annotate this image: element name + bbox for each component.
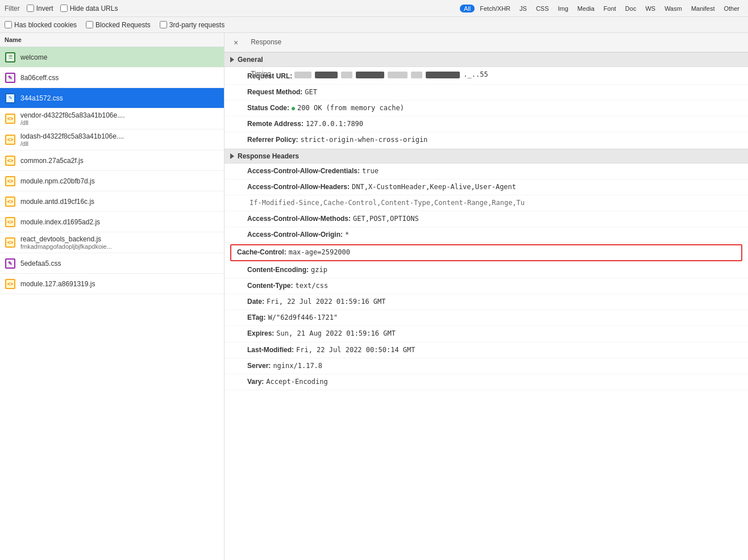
file-item-module-npm[interactable]: <>module.npm.c20bfb7d.js <box>0 171 224 191</box>
has-blocked-cookies-label[interactable]: Has blocked cookies <box>14 21 77 29</box>
hide-data-urls-label[interactable]: Hide data URLs <box>70 5 118 12</box>
hide-data-urls-checkbox[interactable] <box>60 5 68 12</box>
file-item-344a1572[interactable]: ✎344a1572.css <box>0 88 224 108</box>
header-key: Date: <box>247 296 264 307</box>
file-item-module-index[interactable]: <>module.index.d1695ad2.js <box>0 212 224 232</box>
filter-btn-css[interactable]: CSS <box>532 5 553 12</box>
blocked-requests-checkbox[interactable] <box>86 21 93 28</box>
tabs-bar: × HeadersPreviewResponseInitiatorTiming <box>225 33 748 52</box>
filter-btn-media[interactable]: Media <box>574 5 599 12</box>
file-sub: fmkadmapgofadopljbjfkapdkoie... <box>20 243 112 250</box>
header-value: GET <box>305 87 317 98</box>
header-row: ETag: W/"62d9f446-1721" <box>225 310 748 326</box>
content-area: General Request URL:._..55Request Method… <box>225 52 748 560</box>
right-panel: × HeadersPreviewResponseInitiatorTiming … <box>225 33 748 560</box>
file-item-common[interactable]: <>common.27a5ca2f.js <box>0 151 224 171</box>
file-name: vendor-d4322f8c5a83a41b106e.... <box>20 111 125 119</box>
toolbar-row2: Has blocked cookies Blocked Requests 3rd… <box>0 17 748 33</box>
header-key: Remote Address: <box>247 119 304 129</box>
header-row: Access-Control-Allow-Credentials: true <box>225 164 748 179</box>
file-name-wrap: 5edefaa5.css <box>20 260 61 268</box>
header-key: Request Method: <box>247 87 302 98</box>
filter-btn-js[interactable]: JS <box>516 5 531 12</box>
blocked-requests-group[interactable]: Blocked Requests <box>86 21 151 29</box>
file-icon-js: <> <box>5 113 16 124</box>
has-blocked-cookies-checkbox[interactable] <box>5 21 12 28</box>
header-row: Content-Encoding: gzip <box>225 262 748 278</box>
header-key: Vary: <box>247 377 264 387</box>
third-party-group[interactable]: 3rd-party requests <box>160 21 225 29</box>
file-name-wrap: module.127.a8691319.js <box>20 280 95 288</box>
file-item-lodash-dll[interactable]: <>lodash-d4322f8c5a83a41b106e..../dll <box>0 129 224 151</box>
header-row: Vary: Accept-Encoding <box>225 374 748 390</box>
header-key: Status Code: <box>247 103 289 114</box>
file-name: lodash-d4322f8c5a83a41b106e.... <box>20 132 124 140</box>
header-continuation: If-Modified-Since,Cache-Control,Content-… <box>250 198 525 208</box>
file-name: welcome <box>20 53 47 61</box>
filter-btn-font[interactable]: Font <box>600 5 620 12</box>
general-row: Status Code:200 OK (from memory cache) <box>225 101 748 116</box>
status-value: 200 OK (from memory cache) <box>292 103 404 114</box>
tab-response[interactable]: Response <box>243 35 289 51</box>
invert-label[interactable]: Invert <box>36 5 53 12</box>
file-icon-js: <> <box>5 278 16 290</box>
filter-btn-wasm[interactable]: Wasm <box>660 5 686 12</box>
file-name: react_devtools_backend.js <box>20 235 112 243</box>
file-name-wrap: react_devtools_backend.jsfmkadmapgofadop… <box>20 235 112 250</box>
file-name-wrap: 8a06ceff.css <box>20 74 59 82</box>
toolbar-row1: Filter Invert Hide data URLs AllFetch/XH… <box>0 0 748 17</box>
file-item-5edefaa5[interactable]: ✎5edefaa5.css <box>0 253 224 274</box>
header-row: Access-Control-Allow-Headers: DNT,X-Cust… <box>225 179 748 195</box>
header-value: text/css <box>295 281 328 291</box>
invert-checkbox[interactable] <box>27 5 34 12</box>
header-key: Content-Encoding: <box>247 265 309 275</box>
header-value: Fri, 22 Jul 2022 01:59:16 GMT <box>267 296 386 307</box>
invert-checkbox-group[interactable]: Invert <box>27 5 53 12</box>
header-value: Sun, 21 Aug 2022 01:59:16 GMT <box>276 328 396 339</box>
third-party-checkbox[interactable] <box>160 21 167 28</box>
file-item-react-devtools[interactable]: <>react_devtools_backend.jsfmkadmapgofad… <box>0 232 224 253</box>
file-item-vendor-dll[interactable]: <>vendor-d4322f8c5a83a41b106e..../dll <box>0 108 224 129</box>
header-key: Expires: <box>247 328 274 339</box>
header-value: strict-origin-when-cross-origin <box>300 135 427 145</box>
filter-btn-doc[interactable]: Doc <box>621 5 641 12</box>
file-list-header: Name <box>0 33 224 47</box>
response-triangle-icon <box>230 153 234 159</box>
filter-btn-manifest[interactable]: Manifest <box>687 5 719 12</box>
header-key: Referrer Policy: <box>247 135 298 145</box>
header-value: 127.0.0.1:7890 <box>306 119 363 129</box>
filter-btn-ws[interactable]: WS <box>641 5 659 12</box>
file-name: common.27a5ca2f.js <box>20 157 84 165</box>
general-section-label: General <box>238 56 263 64</box>
main-layout: Name ☰welcome✎8a06ceff.css✎344a1572.css<… <box>0 33 748 560</box>
general-section-header: General <box>225 52 748 67</box>
file-name: 5edefaa5.css <box>20 260 61 268</box>
header-value: nginx/1.17.8 <box>273 361 322 371</box>
general-row: Remote Address:127.0.0.1:7890 <box>225 116 748 132</box>
blocked-requests-label[interactable]: Blocked Requests <box>95 21 151 29</box>
file-item-module-127[interactable]: <>module.127.a8691319.js <box>0 274 224 294</box>
file-item-module-antd[interactable]: <>module.antd.d19cf16c.js <box>0 191 224 212</box>
header-value: * <box>345 229 349 240</box>
file-name: module.index.d1695ad2.js <box>20 218 100 226</box>
file-name: module.127.a8691319.js <box>20 280 95 288</box>
file-item-welcome[interactable]: ☰welcome <box>0 47 224 68</box>
header-key: Access-Control-Allow-Methods: <box>247 214 351 224</box>
header-row: Last-Modified: Fri, 22 Jul 2022 00:50:14… <box>225 342 748 358</box>
file-sub: /dll <box>20 119 125 126</box>
file-item-8a06ceff[interactable]: ✎8a06ceff.css <box>0 68 224 88</box>
has-blocked-cookies-group[interactable]: Has blocked cookies <box>5 21 77 29</box>
filter-btn-all[interactable]: All <box>460 5 475 12</box>
response-rows: Access-Control-Allow-Credentials: trueAc… <box>225 164 748 391</box>
file-icon-css: ✎ <box>5 258 16 269</box>
third-party-label[interactable]: 3rd-party requests <box>169 21 225 29</box>
file-list-items: ☰welcome✎8a06ceff.css✎344a1572.css<>vend… <box>0 47 224 294</box>
file-name-wrap: welcome <box>20 53 47 61</box>
request-url-value: ._..55 <box>294 69 488 80</box>
header-row: Access-Control-Allow-Origin: * <box>225 227 748 243</box>
close-tab-button[interactable]: × <box>229 35 243 50</box>
filter-btn-fetch/xhr[interactable]: Fetch/XHR <box>476 5 514 12</box>
hide-data-urls-group[interactable]: Hide data URLs <box>60 5 118 12</box>
filter-btn-other[interactable]: Other <box>720 5 743 12</box>
filter-btn-img[interactable]: Img <box>554 5 572 12</box>
